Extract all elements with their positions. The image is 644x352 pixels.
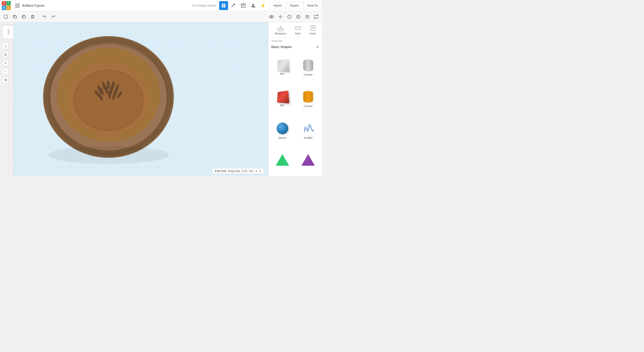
cylinder-gray-icon (303, 59, 313, 71)
svg-rect-15 (23, 16, 26, 18)
edit-grid-button[interactable]: Edit Grid (215, 169, 226, 173)
svg-rect-55 (278, 29, 283, 30)
cylinder-gray-label: Cylinder (304, 73, 312, 76)
workplane-button[interactable]: Workplane (273, 24, 288, 36)
save-status: All changes saved (192, 4, 216, 7)
cylinder-orange-wrapper (302, 90, 315, 103)
export-button[interactable]: Export (286, 2, 303, 9)
snap-label: Snap Grid (228, 170, 240, 173)
hole-button[interactable] (294, 13, 302, 21)
svg-point-17 (280, 16, 281, 17)
shape-cylinder-orange[interactable]: Cylinder (296, 83, 321, 115)
logo-n: N (2, 5, 6, 10)
build-view-button[interactable] (229, 1, 238, 10)
cylinder-gray-wrapper (302, 58, 315, 72)
shape-cylinder-gray[interactable]: Cylinder (296, 51, 321, 83)
user-button[interactable] (249, 1, 258, 10)
svg-point-24 (298, 16, 299, 17)
snap-value: 0.25 (242, 170, 247, 173)
svg-point-16 (271, 16, 272, 17)
triangle-purple-icon (302, 154, 315, 166)
svg-rect-9 (242, 5, 244, 6)
svg-rect-13 (14, 16, 16, 18)
logo-k: K (6, 5, 11, 10)
codeblocks-button[interactable] (239, 1, 248, 10)
send-to-button[interactable]: Send To (303, 2, 322, 9)
ruler-icon (295, 25, 301, 31)
align-button[interactable] (303, 13, 311, 21)
project-title[interactable]: Brilliant Fyyran (22, 3, 44, 7)
bowl-container (24, 22, 192, 176)
svg-point-23 (297, 15, 300, 18)
shapes-category-name: Basic Shapes (271, 45, 292, 49)
avatar-button[interactable]: ⚡ (258, 1, 268, 10)
delete-button[interactable] (28, 13, 37, 21)
notes-icon (310, 25, 316, 31)
nav-right-buttons: ⚡ (219, 1, 268, 10)
shape-scribble[interactable]: Scribble (296, 115, 321, 146)
left-panel: TOP ⌂ ⊙ + − ⟲ (0, 22, 14, 176)
snap-down-arrow[interactable]: ▼ (259, 170, 262, 172)
box-gray-icon (277, 59, 289, 72)
shape-triangle-purple[interactable] (296, 146, 321, 175)
copy-button[interactable] (11, 13, 19, 21)
panel-collapse-chevron[interactable]: ❯ (268, 95, 268, 104)
svg-rect-1 (15, 5, 20, 5)
logo-t: T (2, 1, 6, 5)
ruler-button[interactable]: Ruler (293, 24, 303, 36)
view-button[interactable] (268, 13, 276, 21)
shapes-category: Basic Shapes (268, 44, 322, 50)
home-button[interactable]: ⌂ (2, 42, 9, 50)
shapes-grid: Box Cylinder Box Cylinder (268, 50, 322, 176)
svg-rect-6 (224, 5, 226, 7)
tinkercad-logo[interactable]: T I N K (2, 1, 11, 10)
svg-rect-3 (222, 3, 224, 5)
toolbar-right (268, 13, 320, 21)
deselect-button[interactable] (2, 13, 10, 21)
zoom-in-button[interactable]: + (2, 59, 9, 67)
duplicate-button[interactable] (20, 13, 28, 21)
svg-rect-5 (222, 5, 224, 7)
notes-button[interactable]: Notes (308, 24, 318, 36)
logo-i: I (6, 1, 11, 5)
main-content: TOP ⌂ ⊙ + − ⟲ (0, 22, 322, 176)
flip-button[interactable] (312, 13, 320, 21)
toolbar-separator-1 (38, 14, 39, 20)
perspective-button[interactable]: ⟲ (2, 76, 9, 84)
svg-point-22 (288, 15, 291, 18)
svg-rect-0 (15, 3, 20, 4)
svg-rect-12 (4, 15, 8, 18)
action-buttons: Import Export Send To (269, 2, 322, 9)
light-button[interactable] (276, 13, 284, 21)
snap-unit: mm (249, 170, 253, 173)
cylinder-orange-label: Cylinder (304, 105, 312, 107)
svg-rect-2 (15, 7, 20, 7)
shape-box-red[interactable]: Box (270, 83, 296, 115)
redo-button[interactable] (50, 13, 58, 21)
svg-rect-8 (242, 4, 245, 5)
shape-button[interactable] (285, 13, 294, 21)
triangle-green-wrapper (276, 153, 289, 167)
viewport[interactable]: ❯ Edit Grid Snap Grid 0.25 mm ▲ ▼ (14, 22, 268, 176)
toolbar (0, 11, 322, 22)
triangle-purple-wrapper (302, 153, 315, 167)
ruler-label: Ruler (295, 32, 301, 35)
nav-list-icon[interactable] (14, 2, 20, 9)
sphere-wrapper (276, 122, 289, 135)
chevron-down-icon[interactable] (316, 45, 319, 49)
box-red-label: Box (280, 104, 284, 107)
shape-triangle-green[interactable] (270, 146, 296, 175)
shape-box-gray[interactable]: Box (270, 51, 296, 83)
sphere-blue-icon (276, 123, 288, 134)
undo-button[interactable] (40, 13, 48, 21)
grid-view-button[interactable] (219, 1, 228, 10)
zoom-out-button[interactable]: − (2, 68, 9, 75)
fit-button[interactable]: ⊙ (2, 51, 9, 58)
import-button[interactable]: Import (269, 2, 286, 9)
svg-point-34 (74, 70, 143, 130)
snap-up-arrow[interactable]: ▲ (255, 170, 258, 172)
grid-controls: Edit Grid Snap Grid 0.25 mm ▲ ▼ (212, 168, 264, 174)
svg-line-11 (255, 7, 256, 8)
scribble-icon (302, 123, 314, 134)
shape-sphere-blue[interactable]: Sphere (270, 115, 296, 146)
